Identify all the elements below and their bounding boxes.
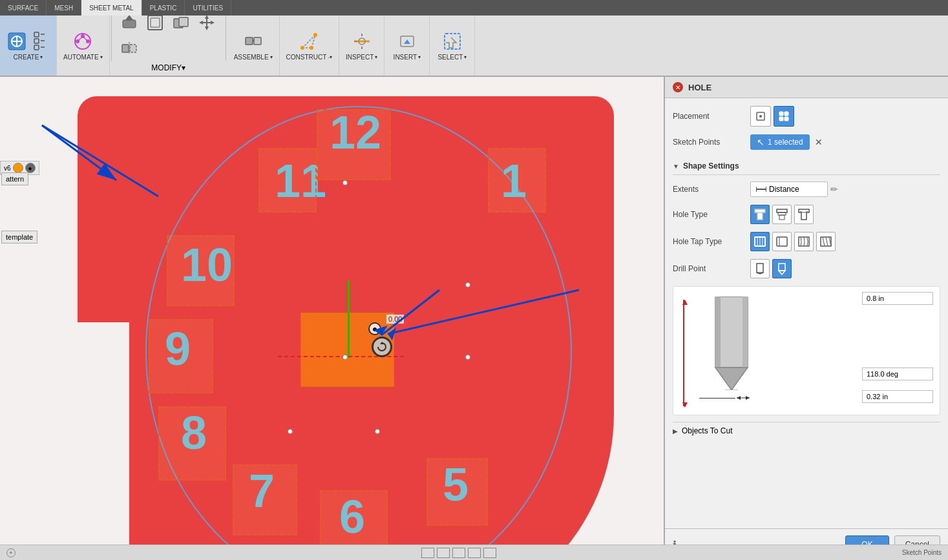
clear-selection-button[interactable]: ✕ bbox=[812, 136, 825, 149]
white-cutout bbox=[0, 322, 129, 560]
rotate-widget[interactable] bbox=[372, 337, 392, 357]
inspect-label: INSPECT▾ bbox=[346, 54, 377, 61]
hole-tap-type-controls bbox=[750, 232, 940, 251]
hole-type-btn-3[interactable] bbox=[794, 205, 814, 224]
create-btn-group[interactable]: CREATE▾ bbox=[0, 16, 57, 76]
tap-type-btn-2[interactable] bbox=[772, 232, 792, 251]
control-dot-lower-left[interactable] bbox=[288, 429, 293, 434]
sketch-points-controls: ↖ 1 selected ✕ bbox=[750, 134, 940, 150]
svg-point-37 bbox=[300, 46, 304, 50]
status-info-icon[interactable]: + bbox=[6, 548, 16, 557]
tab-mesh[interactable]: MESH bbox=[47, 0, 81, 16]
automate-icons-row bbox=[72, 31, 93, 52]
control-dot-bottom[interactable] bbox=[465, 355, 470, 360]
selected-badge: ↖ 1 selected bbox=[750, 134, 810, 150]
select-btn-group[interactable]: SELECT▾ bbox=[430, 16, 475, 76]
modify-icons bbox=[117, 16, 220, 61]
selected-text: 1 selected bbox=[768, 138, 803, 147]
construct-btn-group[interactable]: CONSTRUCT -▾ bbox=[280, 16, 339, 76]
dash-rect-7 bbox=[233, 464, 297, 535]
modify-label[interactable]: MODIFY▾ bbox=[151, 63, 185, 72]
bottom-btn-4[interactable] bbox=[468, 548, 481, 558]
hole-dimension-label: 0.00 bbox=[386, 315, 404, 324]
tab-surface[interactable]: SURFACE bbox=[0, 0, 47, 16]
bottom-btn-3[interactable] bbox=[452, 548, 465, 558]
close-button[interactable]: ✕ bbox=[673, 82, 683, 92]
control-dot-top[interactable] bbox=[342, 180, 348, 185]
tab-sheet-metal[interactable]: SHEET METAL bbox=[81, 0, 142, 16]
assemble-icon bbox=[243, 31, 264, 52]
version-icon[interactable] bbox=[13, 163, 23, 173]
tab-plastic[interactable]: PLASTIC bbox=[142, 0, 185, 16]
svg-marker-92 bbox=[737, 396, 741, 400]
svg-rect-59 bbox=[785, 112, 788, 116]
tab-utilities[interactable]: UTILITIES bbox=[185, 0, 231, 16]
tap-type-btn-1[interactable] bbox=[750, 232, 770, 251]
cursor-icon: ↖ bbox=[757, 137, 764, 147]
insert-icons bbox=[397, 31, 417, 52]
inspect-btn-group[interactable]: INSPECT▾ bbox=[339, 16, 384, 76]
mirror-icon[interactable] bbox=[117, 36, 142, 61]
tab-bar: SURFACE MESH SHEET METAL PLASTIC UTILITI… bbox=[0, 0, 948, 16]
hole-type-label: Hole Type bbox=[673, 210, 750, 219]
svg-marker-26 bbox=[199, 21, 203, 25]
pattern-label[interactable]: attern bbox=[1, 172, 28, 185]
control-dot-bottom-left[interactable] bbox=[342, 355, 348, 360]
move-icon[interactable] bbox=[195, 16, 219, 35]
placement-btn-single[interactable] bbox=[750, 106, 771, 127]
drill-point-label: Drill Point bbox=[673, 264, 750, 273]
shell-icon[interactable] bbox=[143, 16, 167, 35]
hole-type-btn-2[interactable] bbox=[772, 205, 792, 224]
angle-lines bbox=[699, 395, 751, 400]
svg-rect-31 bbox=[246, 37, 253, 45]
bottom-btn-1[interactable] bbox=[421, 548, 434, 558]
svg-rect-89 bbox=[743, 296, 748, 368]
tap-type-btn-3[interactable] bbox=[794, 232, 814, 251]
svg-line-36 bbox=[311, 35, 315, 48]
green-line bbox=[348, 280, 350, 358]
automate-btn-group[interactable]: AUTOMATE▾ bbox=[57, 16, 110, 76]
svg-rect-86 bbox=[779, 264, 785, 271]
drill-point-btn-2[interactable] bbox=[772, 259, 792, 278]
placement-btn-grid[interactable] bbox=[774, 106, 794, 127]
sep2 bbox=[226, 16, 226, 61]
panel-content: Placement bbox=[665, 98, 948, 528]
assemble-icons bbox=[243, 31, 264, 52]
bottom-btn-2[interactable] bbox=[437, 548, 450, 558]
diameter-input[interactable]: 0.8 in bbox=[862, 292, 933, 305]
template-label[interactable]: template bbox=[1, 231, 37, 244]
insert-label: INSERT▾ bbox=[394, 54, 421, 61]
extents-value: Distance bbox=[769, 185, 799, 194]
control-dot-lower-right[interactable] bbox=[375, 429, 380, 434]
select-icon bbox=[442, 31, 463, 52]
sketch-points-label: Sketch Points bbox=[673, 138, 750, 147]
assemble-label: ASSEMBLE▾ bbox=[234, 54, 273, 61]
svg-point-38 bbox=[313, 33, 317, 37]
push-pull-icon[interactable] bbox=[117, 16, 142, 35]
distance-icon bbox=[756, 185, 766, 194]
tip-width-input[interactable]: 0.32 in bbox=[862, 390, 933, 403]
control-dot-right-top[interactable] bbox=[465, 282, 470, 287]
svg-rect-71 bbox=[777, 209, 787, 213]
objects-to-cut-header[interactable]: ▶ Objects To Cut bbox=[673, 422, 940, 439]
svg-rect-61 bbox=[785, 117, 788, 121]
insert-btn-group[interactable]: INSERT▾ bbox=[384, 16, 430, 76]
svg-rect-19 bbox=[151, 18, 160, 27]
svg-marker-25 bbox=[205, 26, 209, 30]
automate-icon bbox=[72, 31, 93, 52]
shape-settings-header[interactable]: ▼ Shape Settings bbox=[673, 158, 940, 175]
tap-type-btn-4[interactable] bbox=[816, 232, 836, 251]
select-label: SELECT▾ bbox=[437, 54, 467, 61]
assemble-btn-group[interactable]: ASSEMBLE▾ bbox=[227, 16, 280, 76]
hole-type-btn-1[interactable] bbox=[750, 205, 770, 224]
create-icons-row bbox=[6, 31, 50, 52]
bottom-btn-5[interactable] bbox=[483, 548, 496, 558]
record-icon[interactable]: ● bbox=[25, 163, 36, 173]
angle-input[interactable]: 118.0 deg bbox=[862, 368, 933, 380]
drill-point-btn-1[interactable] bbox=[750, 259, 770, 278]
hole-tap-type-row: Hole Tap Type bbox=[673, 232, 940, 251]
extents-edit-button[interactable]: ✏ bbox=[830, 184, 838, 194]
svg-line-15 bbox=[83, 36, 88, 41]
select-icons bbox=[442, 31, 463, 52]
combine-icon[interactable] bbox=[169, 16, 193, 35]
